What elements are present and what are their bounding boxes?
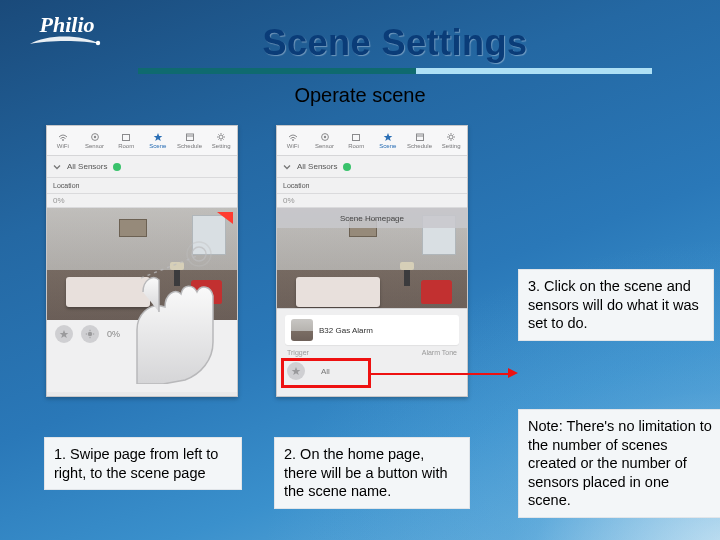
svg-rect-6	[186, 134, 193, 141]
section-subhead: Operate scene	[28, 84, 692, 107]
nav-label: Sensor	[85, 143, 104, 149]
room-icon	[351, 132, 361, 142]
scene-card-title: B32 Gas Alarm	[319, 326, 373, 335]
gear-icon	[216, 132, 226, 142]
svg-marker-26	[292, 367, 301, 375]
svg-rect-4	[123, 135, 130, 141]
scene-card[interactable]: B32 Gas Alarm	[285, 315, 459, 345]
nav-label: Setting	[442, 143, 461, 149]
progress-value: 0%	[283, 196, 295, 205]
room-icon	[121, 132, 131, 142]
nav-item-setting[interactable]: Setting	[205, 126, 237, 155]
scene-thumb	[291, 319, 313, 341]
scene-homepage-label: Scene Homepage	[340, 214, 404, 223]
caption-step-2: 2. On the home page, there will be a but…	[274, 437, 470, 509]
wifi-icon	[288, 132, 298, 142]
screenshot-swipe: WiFi Sensor Room Scene Schedule	[46, 125, 238, 397]
brand-name: Philio	[28, 14, 106, 36]
scene-card-sub: Trigger Alarm Tone	[277, 349, 467, 358]
location-row: Location	[277, 178, 467, 194]
brand-swoosh-icon	[28, 36, 102, 50]
title-underline	[138, 68, 652, 74]
scene-sub-right: Alarm Tone	[422, 349, 457, 356]
svg-marker-22	[384, 133, 393, 141]
panel-lower: 0%	[47, 320, 237, 392]
scene-icon	[153, 132, 163, 142]
content-area: WiFi Sensor Room Scene Schedule	[28, 107, 692, 527]
progress-row: 0%	[277, 194, 467, 208]
nav-item-schedule[interactable]: Schedule	[174, 126, 206, 155]
nav-item-room[interactable]: Room	[110, 126, 142, 155]
svg-point-0	[96, 41, 100, 45]
scene-star-button[interactable]	[287, 362, 305, 380]
scene-actions: All	[277, 358, 467, 384]
sun-icon[interactable]	[81, 325, 99, 343]
nav-label: WiFi	[57, 143, 69, 149]
scene-panel: B32 Gas Alarm Trigger Alarm Tone All	[277, 308, 467, 396]
svg-point-20	[323, 136, 325, 138]
panel-progress: 0%	[107, 329, 120, 339]
filter-label: All Sensors	[67, 162, 107, 171]
scene-icon	[383, 132, 393, 142]
nav-item-sensor[interactable]: Sensor	[309, 126, 341, 155]
star-icon[interactable]	[55, 325, 73, 343]
sensor-icon	[320, 132, 330, 142]
progress-value: 0%	[53, 196, 65, 205]
svg-rect-21	[353, 135, 360, 141]
caption-step-1: 1. Swipe page from left to right, to the…	[44, 437, 242, 490]
caption-note: Note: There's no limitation to the numbe…	[518, 409, 720, 518]
nav-item-schedule[interactable]: Schedule	[404, 126, 436, 155]
status-dot-icon	[343, 163, 351, 171]
nav-label: Schedule	[177, 143, 202, 149]
svg-point-10	[88, 332, 92, 336]
nav-item-setting[interactable]: Setting	[435, 126, 467, 155]
nav-item-wifi[interactable]: WiFi	[47, 126, 79, 155]
gear-icon	[446, 132, 456, 142]
room-photo	[47, 208, 237, 320]
nav-label: Scene	[379, 143, 396, 149]
brand-logo: Philio	[28, 14, 106, 54]
sensor-icon	[90, 132, 100, 142]
nav-label: Sensor	[315, 143, 334, 149]
filter-label: All Sensors	[297, 162, 337, 171]
status-dot-icon	[113, 163, 121, 171]
app-nav: WiFi Sensor Room Scene Schedule	[277, 126, 467, 156]
scene-homepage-header: Scene Homepage	[277, 208, 467, 228]
location-label: Location	[283, 182, 309, 189]
nav-label: Room	[118, 143, 134, 149]
svg-point-3	[93, 136, 95, 138]
nav-label: Scene	[149, 143, 166, 149]
nav-item-room[interactable]: Room	[340, 126, 372, 155]
scene-button-label[interactable]: All	[321, 367, 330, 376]
wifi-icon	[58, 132, 68, 142]
room-photo: Scene Homepage Modify 15:23:2	[277, 208, 467, 320]
nav-item-sensor[interactable]: Sensor	[79, 126, 111, 155]
caption-step-3: 3. Click on the scene and sensors will d…	[518, 269, 714, 341]
nav-label: WiFi	[287, 143, 299, 149]
page-title: Scene Settings	[138, 22, 652, 64]
svg-point-1	[62, 139, 64, 141]
svg-marker-5	[154, 133, 163, 141]
schedule-icon	[415, 132, 425, 142]
nav-label: Schedule	[407, 143, 432, 149]
svg-point-8	[219, 135, 223, 139]
scene-sub-left: Trigger	[287, 349, 309, 356]
location-label: Location	[53, 182, 79, 189]
location-row: Location	[47, 178, 237, 194]
chevron-down-icon	[283, 163, 291, 171]
nav-label: Room	[348, 143, 364, 149]
schedule-icon	[185, 132, 195, 142]
nav-item-wifi[interactable]: WiFi	[277, 126, 309, 155]
callout-arrow-head-icon	[508, 368, 518, 378]
chevron-down-icon	[53, 163, 61, 171]
svg-point-18	[292, 139, 294, 141]
nav-label: Setting	[212, 143, 231, 149]
slide: Philio Scene Settings Operate scene WiFi…	[0, 0, 720, 540]
svg-rect-23	[416, 134, 423, 141]
filter-row[interactable]: All Sensors	[47, 156, 237, 178]
nav-item-scene[interactable]: Scene	[372, 126, 404, 155]
app-nav: WiFi Sensor Room Scene Schedule	[47, 126, 237, 156]
svg-point-25	[449, 135, 453, 139]
nav-item-scene[interactable]: Scene	[142, 126, 174, 155]
filter-row[interactable]: All Sensors	[277, 156, 467, 178]
